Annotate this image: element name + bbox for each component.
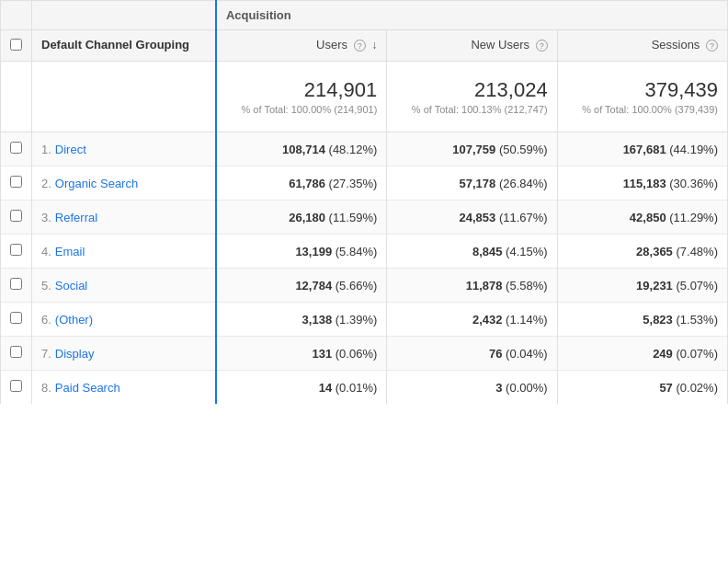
new-users-help-icon[interactable]: ? <box>536 40 548 52</box>
totals-new-users-cell: 213,024 % of Total: 100.13% (212,747) <box>387 62 557 132</box>
new-users-pct: (11.67%) <box>499 211 548 224</box>
sessions-value: 19,231 <box>636 279 673 292</box>
row-number: 4. <box>41 245 51 258</box>
sessions-col-header: Sessions ? <box>557 30 727 62</box>
new-users-cell: 76 (0.04%) <box>387 337 557 371</box>
row-number: 5. <box>41 279 51 292</box>
row-checkbox-cell <box>1 166 32 201</box>
row-checkbox-cell <box>1 201 32 235</box>
sessions-value: 28,365 <box>636 245 673 258</box>
row-checkbox[interactable] <box>10 380 22 392</box>
row-number: 1. <box>41 143 51 156</box>
channel-link[interactable]: Referral <box>55 211 97 224</box>
sessions-value: 249 <box>653 347 673 361</box>
users-pct: (5.84%) <box>336 245 378 258</box>
new-users-value: 76 <box>489 347 502 361</box>
analytics-table: Acquisition Default Channel Grouping Use… <box>0 0 728 404</box>
channel-link[interactable]: Organic Search <box>55 177 138 190</box>
users-pct: (5.66%) <box>336 279 378 292</box>
grouping-col-header: Default Channel Grouping <box>32 30 216 62</box>
row-checkbox[interactable] <box>10 312 22 324</box>
checkbox-col-header <box>1 30 32 62</box>
table-row: 8.Paid Search14 (0.01%)3 (0.00%)57 (0.02… <box>1 371 728 405</box>
new-users-value: 57,178 <box>460 177 496 190</box>
users-cell: 108,714 (48.12%) <box>216 132 387 166</box>
users-value: 3,138 <box>302 313 333 327</box>
row-checkbox[interactable] <box>10 176 22 188</box>
channel-cell: 5.Social <box>32 269 216 303</box>
acquisition-header-row: Acquisition <box>1 1 728 30</box>
sessions-pct: (5.07%) <box>676 279 718 292</box>
sessions-cell: 115,183 (30.36%) <box>557 166 727 201</box>
new-users-cell: 24,853 (11.67%) <box>387 201 557 235</box>
row-checkbox[interactable] <box>10 142 22 154</box>
column-labels-row: Default Channel Grouping Users ? ↓ New U… <box>1 30 728 62</box>
users-sort-icon[interactable]: ↓ <box>371 39 377 52</box>
channel-link[interactable]: Display <box>55 347 95 361</box>
sessions-pct: (7.48%) <box>676 245 718 258</box>
table-row: 4.Email13,199 (5.84%)8,845 (4.15%)28,365… <box>1 235 728 269</box>
users-cell: 61,786 (27.35%) <box>216 166 387 201</box>
row-number: 6. <box>41 313 51 327</box>
table-row: 3.Referral26,180 (11.59%)24,853 (11.67%)… <box>1 201 728 235</box>
new-users-pct: (1.14%) <box>506 313 548 327</box>
channel-link[interactable]: (Other) <box>55 313 93 327</box>
row-number: 2. <box>41 177 51 190</box>
sessions-cell: 57 (0.02%) <box>557 371 727 405</box>
channel-cell: 8.Paid Search <box>32 371 216 405</box>
new-users-cell: 8,845 (4.15%) <box>387 235 557 269</box>
new-users-value: 107,759 <box>452 143 495 156</box>
users-help-icon[interactable]: ? <box>354 40 366 52</box>
channel-link[interactable]: Direct <box>55 143 86 156</box>
sessions-cell: 42,850 (11.29%) <box>557 201 727 235</box>
sessions-pct: (30.36%) <box>669 177 718 190</box>
channel-cell: 1.Direct <box>32 132 216 166</box>
users-cell: 26,180 (11.59%) <box>216 201 387 235</box>
row-number: 7. <box>41 347 51 361</box>
row-checkbox-cell <box>1 303 32 337</box>
users-cell: 12,784 (5.66%) <box>216 269 387 303</box>
users-value: 26,180 <box>289 211 325 224</box>
row-checkbox[interactable] <box>10 278 22 290</box>
new-users-cell: 57,178 (26.84%) <box>387 166 557 201</box>
new-users-pct: (0.04%) <box>506 347 548 361</box>
table-row: 2.Organic Search61,786 (27.35%)57,178 (2… <box>1 166 728 201</box>
row-checkbox[interactable] <box>10 210 22 222</box>
channel-link[interactable]: Social <box>55 279 87 292</box>
row-checkbox[interactable] <box>10 346 22 358</box>
sessions-pct: (0.07%) <box>676 347 718 361</box>
channel-cell: 6.(Other) <box>32 303 216 337</box>
channel-link[interactable]: Paid Search <box>55 381 120 395</box>
table-row: 7.Display131 (0.06%)76 (0.04%)249 (0.07%… <box>1 337 728 371</box>
checkbox-header-cell <box>1 1 32 30</box>
select-all-checkbox[interactable] <box>10 39 22 51</box>
users-pct: (0.06%) <box>336 347 378 361</box>
row-number: 8. <box>41 381 51 395</box>
users-pct: (1.39%) <box>336 313 378 327</box>
row-checkbox[interactable] <box>10 244 22 256</box>
row-number: 3. <box>41 211 51 224</box>
new-users-cell: 2,432 (1.14%) <box>387 303 557 337</box>
sessions-pct: (1.53%) <box>676 313 718 327</box>
row-checkbox-cell <box>1 337 32 371</box>
users-cell: 131 (0.06%) <box>216 337 387 371</box>
channel-cell: 3.Referral <box>32 201 216 235</box>
acquisition-group-header: Acquisition <box>216 1 728 30</box>
users-pct: (0.01%) <box>336 381 378 395</box>
users-pct: (27.35%) <box>329 177 378 190</box>
totals-sessions-cell: 379,439 % of Total: 100.00% (379,439) <box>557 62 727 132</box>
users-value: 131 <box>312 347 332 361</box>
table-row: 6.(Other)3,138 (1.39%)2,432 (1.14%)5,823… <box>1 303 728 337</box>
users-value: 12,784 <box>295 279 332 292</box>
users-value: 13,199 <box>295 245 332 258</box>
users-cell: 14 (0.01%) <box>216 371 387 405</box>
sessions-value: 5,823 <box>643 313 673 327</box>
channel-link[interactable]: Email <box>55 245 85 258</box>
sessions-help-icon[interactable]: ? <box>706 40 718 52</box>
row-checkbox-cell <box>1 132 32 166</box>
totals-label-cell <box>32 62 216 132</box>
new-users-pct: (4.15%) <box>506 245 548 258</box>
sessions-value: 167,681 <box>623 143 666 156</box>
sessions-value: 42,850 <box>630 211 666 224</box>
sessions-pct: (44.19%) <box>669 143 718 156</box>
